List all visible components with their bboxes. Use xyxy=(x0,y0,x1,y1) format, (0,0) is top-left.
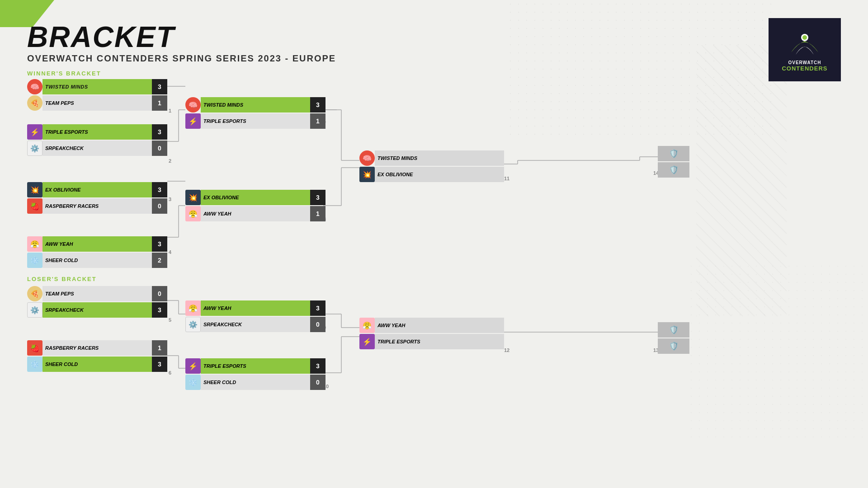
match-12-name-2: TRIPLE ESPORTS xyxy=(375,334,504,349)
match-8-team-2: 😤 AWW YEAH 1 xyxy=(185,206,326,221)
match-9-score-1: 3 xyxy=(310,300,326,316)
match-7-logo-1: 🧠 xyxy=(185,97,201,113)
match-5-score-2: 3 xyxy=(152,302,167,318)
match-3: 💥 EX OBLIVIONE 3 🍓 RASPBERRY RACERS 0 xyxy=(27,182,167,214)
match-8: 💥 EX OBLIVIONE 3 😤 AWW YEAH 1 xyxy=(185,190,326,221)
match-10-score-2: 0 xyxy=(310,375,326,390)
match-4-name-1: AWW YEAH xyxy=(42,236,152,252)
match-14: 🛡️ 🛡️ xyxy=(658,146,689,178)
svg-text:1: 1 xyxy=(169,108,171,113)
match-3-score-2: 0 xyxy=(152,198,167,214)
match-2-team-2: ⚙️ SRPEAKCHECK 0 xyxy=(27,141,167,156)
match-12-team-1: 😤 AWW YEAH xyxy=(359,318,504,333)
match-9-name-2: SRPEAKCHECK xyxy=(201,317,310,332)
svg-text:12: 12 xyxy=(504,347,509,353)
match-6-logo-1: 🍓 xyxy=(27,340,42,356)
match-9-team-2: ⚙️ SRPEAKCHECK 0 xyxy=(185,317,326,332)
match-3-team-2: 🍓 RASPBERRY RACERS 0 xyxy=(27,198,167,214)
page-title: BRACKET xyxy=(27,23,336,52)
match-9-logo-1: 😤 xyxy=(185,300,201,316)
match-11-name-1: TWISTED MINDS xyxy=(375,150,504,166)
match-9: 😤 AWW YEAH 3 ⚙️ SRPEAKCHECK 0 xyxy=(185,300,326,332)
match-7-name-2: TRIPLE ESPORTS xyxy=(201,113,310,129)
match-2: ⚡ TRIPLE ESPORTS 3 ⚙️ SRPEAKCHECK 0 xyxy=(27,124,167,156)
match-5-logo-1: 🍕 xyxy=(27,286,42,301)
match-6-team-2: ❄️ SHEER COLD 3 xyxy=(27,357,167,372)
match-7-name-1: TWISTED MINDS xyxy=(201,97,310,113)
match-8-team-1: 💥 EX OBLIVIONE 3 xyxy=(185,190,326,205)
match-11-team-1: 🧠 TWISTED MINDS xyxy=(359,150,504,166)
match-11-logo-2: 💥 xyxy=(359,167,375,182)
match-6: 🍓 RASPBERRY RACERS 1 ❄️ SHEER COLD 3 xyxy=(27,340,167,372)
match-6-name-2: SHEER COLD xyxy=(42,357,152,372)
match-11-name-2: EX OBLIVIONE xyxy=(375,167,504,182)
match-1-logo-1: 🧠 xyxy=(27,79,42,94)
match-10-team-1: ⚡ TRIPLE ESPORTS 3 xyxy=(185,358,326,374)
match-12: 😤 AWW YEAH ⚡ TRIPLE ESPORTS xyxy=(359,318,504,349)
match-2-score-2: 0 xyxy=(152,141,167,156)
match-2-logo-2: ⚙️ xyxy=(27,141,42,156)
svg-text:2: 2 xyxy=(169,158,171,164)
match-7: 🧠 TWISTED MINDS 3 ⚡ TRIPLE ESPORTS 1 xyxy=(185,97,326,129)
match-2-name-2: SRPEAKCHECK xyxy=(42,141,152,156)
page-subtitle: OVERWATCH CONTENDERS SPRING SERIES 2023 … xyxy=(27,53,336,64)
match-10-name-1: TRIPLE ESPORTS xyxy=(201,358,310,374)
match-14-slot-2: 🛡️ xyxy=(658,162,689,178)
svg-point-1 xyxy=(802,35,807,40)
svg-text:11: 11 xyxy=(504,176,509,181)
match-12-name-1: AWW YEAH xyxy=(375,318,504,333)
svg-text:4: 4 xyxy=(169,249,172,255)
match-2-score-1: 3 xyxy=(152,124,167,140)
match-13-slot-2: 🛡️ xyxy=(658,338,689,354)
match-11: 🧠 TWISTED MINDS 💥 EX OBLIVIONE xyxy=(359,150,504,182)
match-4-score-1: 3 xyxy=(152,236,167,252)
match-9-score-2: 0 xyxy=(310,317,326,332)
match-5-name-2: SRPEAKCHECK xyxy=(42,302,152,318)
match-5-logo-2: ⚙️ xyxy=(27,302,42,318)
bracket-area: 1 2 3 4 5 6 7 8 9 10 11 12 13 14 WINNER'… xyxy=(25,70,839,477)
match-5-team-2: ⚙️ SRPEAKCHECK 3 xyxy=(27,302,167,318)
match-4-logo-1: 😤 xyxy=(27,236,42,252)
match-11-logo-1: 🧠 xyxy=(359,150,375,166)
match-1-name-2: TEAM PEPS xyxy=(42,95,152,111)
match-6-team-1: 🍓 RASPBERRY RACERS 1 xyxy=(27,340,167,356)
match-8-logo-1: 💥 xyxy=(185,190,201,205)
match-2-name-1: TRIPLE ESPORTS xyxy=(42,124,152,140)
match-8-score-2: 1 xyxy=(310,206,326,221)
match-4-score-2: 2 xyxy=(152,253,167,268)
match-6-name-1: RASPBERRY RACERS xyxy=(42,340,152,356)
match-8-score-1: 3 xyxy=(310,190,326,205)
match-5-name-1: TEAM PEPS xyxy=(42,286,152,301)
match-3-score-1: 3 xyxy=(152,182,167,197)
match-7-logo-2: ⚡ xyxy=(185,113,201,129)
match-9-name-1: AWW YEAH xyxy=(201,300,310,316)
match-4-team-2: ❄️ SHEER COLD 2 xyxy=(27,253,167,268)
svg-text:6: 6 xyxy=(169,370,171,375)
match-5: 🍕 TEAM PEPS 0 ⚙️ SRPEAKCHECK 3 xyxy=(27,286,167,318)
match-3-name-1: EX OBLIVIONE xyxy=(42,182,152,197)
logo-text-ow: OVERWATCH xyxy=(788,60,821,65)
match-9-logo-2: ⚙️ xyxy=(185,317,201,332)
match-3-logo-1: 💥 xyxy=(27,182,42,197)
match-6-score-1: 1 xyxy=(152,340,167,356)
match-12-logo-1: 😤 xyxy=(359,318,375,333)
match-2-logo-1: ⚡ xyxy=(27,124,42,140)
match-13: 🛡️ 🛡️ xyxy=(658,322,689,354)
match-1: 🧠 TWISTED MINDS 3 🍕 TEAM PEPS 1 xyxy=(27,79,167,112)
match-4-team-1: 😤 AWW YEAH 3 xyxy=(27,236,167,252)
match-11-team-2: 💥 EX OBLIVIONE xyxy=(359,167,504,182)
match-6-logo-2: ❄️ xyxy=(27,357,42,372)
match-9-team-1: 😤 AWW YEAH 3 xyxy=(185,300,326,316)
match-10-team-2: ❄️ SHEER COLD 0 xyxy=(185,375,326,390)
match-13-slot-1: 🛡️ xyxy=(658,322,689,338)
match-10-score-1: 3 xyxy=(310,358,326,374)
match-12-team-2: ⚡ TRIPLE ESPORTS xyxy=(359,334,504,349)
match-8-logo-2: 😤 xyxy=(185,206,201,221)
match-1-name-1: TWISTED MINDS xyxy=(42,79,152,94)
svg-text:3: 3 xyxy=(169,197,171,202)
header: BRACKET OVERWATCH CONTENDERS SPRING SERI… xyxy=(27,23,336,64)
match-7-team-2: ⚡ TRIPLE ESPORTS 1 xyxy=(185,113,326,129)
match-1-logo-2: 🍕 xyxy=(27,95,42,111)
match-1-team-1: 🧠 TWISTED MINDS 3 xyxy=(27,79,167,94)
match-3-name-2: RASPBERRY RACERS xyxy=(42,198,152,214)
